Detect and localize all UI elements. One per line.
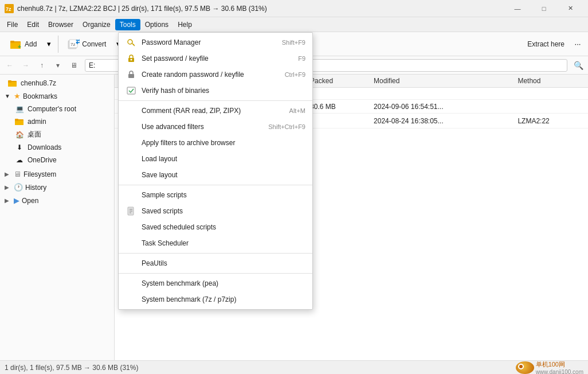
desktop-label: 桌面 [28, 130, 41, 139]
menu-item-create-random-password[interactable]: Create random password / keyfile Ctrl+F9 [119, 67, 312, 83]
watermark-logo [516, 361, 534, 374]
menu-item-task-scheduler[interactable]: Task Scheduler [119, 235, 312, 251]
menu-item-set-password[interactable]: Set password / keyfile F9 [119, 50, 312, 67]
sidebar-section-bookmarks: ▼ ★ Bookmarks 💻 Computer's root admin [0, 89, 114, 166]
menu-item-peautils[interactable]: PeaUtils [119, 255, 312, 271]
sidebar-item-onedrive[interactable]: ☁ OneDrive [1, 154, 113, 166]
menu-file[interactable]: File [2, 19, 22, 30]
statusbar: 1 dir(s), 1 file(s), 97.5 MB → 30.6 MB (… [0, 360, 588, 374]
advanced-filters-shortcut: Shift+Ctrl+F9 [268, 123, 305, 130]
col-packed[interactable]: Packed [305, 75, 369, 88]
menu-item-load-layout[interactable]: Load layout [119, 151, 312, 167]
menu-browser[interactable]: Browser [44, 19, 78, 30]
sidebar-item-computer-root[interactable]: 💻 Computer's root [1, 103, 113, 115]
create-random-password-label: Create random password / keyfile [142, 71, 244, 79]
svg-rect-15 [8, 80, 11, 83]
folder-icon [8, 79, 17, 88]
extract-dropdown-button[interactable]: ··· [572, 34, 583, 54]
app-icon: 7z [5, 4, 14, 13]
menu-item-password-manager[interactable]: Password Manager Shift+F9 [119, 34, 312, 50]
history-icon: 🕐 [14, 183, 23, 192]
maximize-button[interactable]: □ [531, 0, 557, 17]
advanced-filters-label: Use advanced filters [142, 123, 204, 131]
view-mode-button[interactable]: 🖥 [66, 58, 81, 73]
menu-edit[interactable]: Edit [22, 19, 44, 30]
add-folder-icon: + [10, 38, 22, 50]
bookmarks-star-icon: ★ [14, 92, 21, 100]
menu-item-benchmark-pea[interactable]: System benchmark (pea) [119, 275, 312, 291]
menu-item-save-layout[interactable]: Save layout [119, 167, 312, 183]
menu-item-verify-hash[interactable]: Verify hash of binaries [119, 83, 312, 99]
open-header[interactable]: ▶ ▶ Open [0, 194, 114, 207]
watermark-site: 单机100网 www.danji100.com [536, 360, 583, 375]
path-dropdown-button[interactable]: ▾ [50, 58, 65, 73]
sidebar-item-downloads[interactable]: ⬇ Downloads [1, 141, 113, 154]
watermark: 单机100网 www.danji100.com [516, 360, 583, 375]
menu-item-sample-scripts[interactable]: Sample scripts [119, 187, 312, 203]
extract-here-button[interactable]: Extract here [521, 34, 571, 54]
separator-3 [119, 253, 312, 254]
root-folder-label: chenhu8.7z [21, 79, 56, 87]
col-modified[interactable]: Modified [369, 75, 513, 88]
create-random-icon [126, 69, 137, 80]
svg-rect-17 [15, 120, 23, 125]
computer-root-label: Computer's root [28, 105, 76, 113]
menu-options[interactable]: Options [140, 19, 173, 30]
task-scheduler-icon [126, 238, 137, 248]
menu-item-apply-filters[interactable]: Apply filters to archive browser [119, 135, 312, 151]
add-button[interactable]: + Add [5, 34, 42, 54]
window-title: chenhu8.7z | 7z, LZMA2:22 BCJ | 25 dir(s… [17, 5, 504, 13]
separator-4 [119, 273, 312, 274]
menu-item-saved-scripts[interactable]: Saved scripts [119, 203, 312, 219]
create-random-password-shortcut: Ctrl+F9 [285, 71, 305, 78]
bookmarks-header[interactable]: ▼ ★ Bookmarks [0, 89, 114, 103]
menu-help[interactable]: Help [173, 19, 197, 30]
file-modified [369, 88, 513, 100]
computer-icon: 💻 [15, 104, 24, 114]
svg-text:7z: 7z [6, 6, 11, 12]
sidebar-item-root[interactable]: chenhu8.7z [1, 77, 113, 89]
tools-dropdown-menu: Password Manager Shift+F9 Set password /… [118, 32, 313, 310]
svg-point-25 [128, 40, 132, 44]
load-layout-label: Load layout [142, 155, 177, 163]
menu-item-comment[interactable]: Comment (RAR read, ZIP, ZIPX) Alt+M [119, 103, 312, 119]
menu-item-benchmark-7z[interactable]: System benchmark (7z / p7zip) [119, 291, 312, 307]
add-dropdown-button[interactable]: ▾ [43, 34, 54, 54]
close-button[interactable]: ✕ [557, 0, 583, 17]
bookmarks-label: Bookmarks [23, 92, 57, 100]
password-manager-shortcut: Shift+F9 [282, 39, 305, 46]
sidebar: chenhu8.7z ▼ ★ Bookmarks 💻 Computer's ro… [0, 75, 115, 360]
menu-item-saved-scheduled-scripts[interactable]: Saved scheduled scripts [119, 219, 312, 235]
bookmarks-arrow: ▼ [5, 93, 11, 99]
file-packed: 30.6 MB [305, 100, 369, 114]
up-button[interactable]: ↑ [34, 58, 49, 73]
col-method[interactable]: Method [513, 75, 588, 88]
comment-label: Comment (RAR read, ZIP, ZIPX) [142, 107, 241, 115]
svg-point-29 [131, 59, 132, 61]
menubar: File Edit Browser Organize Tools Options… [0, 17, 588, 32]
admin-folder-icon [15, 117, 24, 126]
svg-rect-30 [128, 74, 134, 78]
menu-tools[interactable]: Tools [115, 19, 140, 30]
peautils-label: PeaUtils [142, 259, 167, 267]
menu-item-advanced-filters[interactable]: Use advanced filters Shift+Ctrl+F9 [119, 119, 312, 135]
minimize-button[interactable]: — [504, 0, 531, 17]
file-method [513, 88, 588, 100]
window-controls: — □ ✕ [504, 0, 583, 17]
back-button[interactable]: ← [2, 58, 17, 73]
menu-organize[interactable]: Organize [78, 19, 115, 30]
key-icon [126, 37, 137, 48]
svg-rect-18 [15, 119, 18, 121]
onedrive-label: OneDrive [28, 156, 57, 164]
search-button[interactable]: 🔍 [571, 58, 586, 73]
forward-button[interactable]: → [18, 58, 33, 73]
filesystem-header[interactable]: ▶ 🖥 Filesystem [0, 167, 114, 181]
convert-icon: 7z ⇄ [67, 38, 80, 50]
sidebar-item-desktop[interactable]: 🏠 桌面 [1, 128, 113, 141]
history-header[interactable]: ▶ 🕐 History [0, 181, 114, 194]
extract-here-label: Extract here [527, 40, 565, 48]
verify-hash-icon [126, 85, 137, 96]
apply-filters-label: Apply filters to archive browser [142, 139, 235, 147]
sidebar-item-admin[interactable]: admin [1, 115, 113, 128]
convert-button[interactable]: 7z ⇄ Convert [62, 34, 111, 54]
